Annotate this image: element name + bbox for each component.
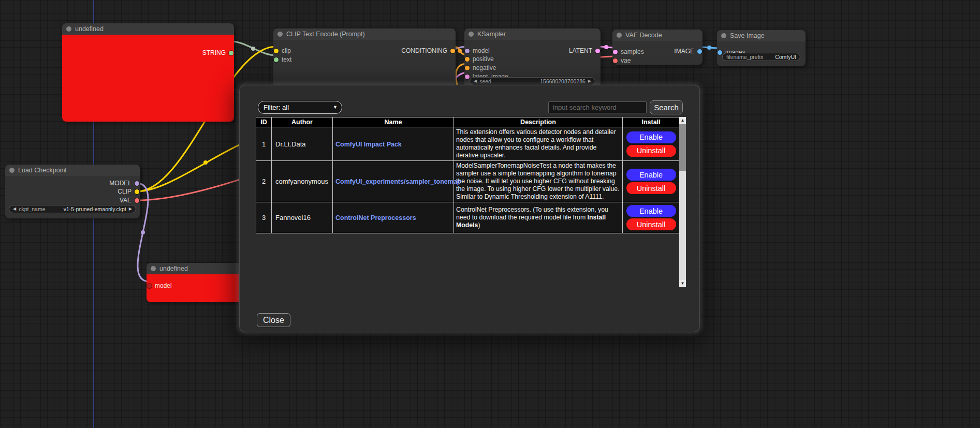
scroll-up-button[interactable]: ▲ (679, 117, 686, 124)
node-title: undefined (75, 25, 104, 33)
collapse-dot[interactable] (9, 168, 14, 173)
collapse-dot[interactable] (469, 32, 474, 37)
custom-nodes-dialog: Filter: all ▼ Search ID Author Name Desc… (239, 85, 700, 332)
input-dot-model[interactable] (147, 284, 152, 288)
input-dot-vae[interactable] (613, 58, 618, 63)
output-slot-image[interactable]: IMAGE (674, 47, 702, 55)
output-dot-conditioning[interactable] (450, 49, 455, 53)
filter-select-wrap: Filter: all ▼ (258, 101, 342, 114)
collapse-dot[interactable] (277, 32, 283, 37)
table-row: 3 Fannovel16 ControlNet Preprocessors Co… (256, 202, 680, 233)
node-clip-text-encode[interactable]: CLIP Text Encode (Prompt) clip text COND… (273, 28, 456, 92)
scroll-down-button[interactable]: ▼ (679, 280, 686, 287)
node-title: KSampler (477, 31, 506, 38)
uninstall-button[interactable]: Uninstall (626, 145, 676, 157)
input-slot-vae[interactable]: vae (613, 56, 631, 65)
enable-button[interactable]: Enable (626, 205, 676, 217)
table-scrollbar[interactable]: ▲ ▼ (679, 117, 686, 287)
node-header: undefined (62, 23, 234, 35)
header-install: Install (623, 117, 680, 127)
ckpt-name-widget[interactable]: ◀ ckpt_name v1-5-pruned-emaonly.ckpt ▶ (9, 205, 136, 213)
uninstall-button[interactable]: Uninstall (626, 218, 676, 230)
node-header: VAE Decode (612, 29, 703, 41)
input-dot-positive[interactable] (465, 57, 470, 62)
extensions-table: ID Author Name Description Install 1 Dr.… (256, 117, 680, 233)
collapse-dot[interactable] (721, 33, 726, 38)
filter-select[interactable]: Filter: all (258, 101, 342, 114)
node-load-checkpoint[interactable]: Load Checkpoint MODEL CLIP VAE ◀ ckpt_na… (5, 165, 140, 218)
next-arrow-icon[interactable]: ▶ (129, 205, 132, 213)
filename-prefix-widget[interactable]: filename_prefix ComfyUI (722, 53, 800, 61)
node-vae-decode[interactable]: VAE Decode samples vae IMAGE (612, 29, 703, 65)
extensions-scroll-area: ID Author Name Description Install 1 Dr.… (256, 117, 686, 287)
output-slot-conditioning[interactable]: CONDITIONING (401, 47, 455, 55)
output-dot-latent[interactable] (595, 49, 600, 53)
collapse-dot[interactable] (151, 266, 156, 271)
seed-widget[interactable]: ◀ seed 156680208700286 ▶ (470, 77, 595, 85)
input-dot-negative[interactable] (465, 66, 470, 70)
close-button[interactable]: Close (257, 313, 290, 327)
node-undefined-top[interactable]: undefined STRING (62, 23, 234, 122)
slot-label: VAE (120, 197, 131, 204)
widget-value: 156680208700286 (540, 78, 586, 84)
input-slot-model[interactable]: model (465, 47, 490, 55)
enable-button[interactable]: Enable (626, 169, 676, 181)
slot-label: IMAGE (674, 48, 694, 55)
collapse-dot[interactable] (66, 26, 71, 32)
input-dot-samples[interactable] (613, 50, 618, 54)
cell-description: This extension offers various detector n… (454, 127, 623, 161)
input-dot-latent-image[interactable] (465, 75, 470, 79)
slot-label: negative (473, 64, 496, 71)
node-title: CLIP Text Encode (Prompt) (286, 31, 365, 38)
output-dot-image[interactable] (697, 49, 702, 54)
node-title: Save Image (730, 32, 765, 39)
cell-id: 3 (256, 202, 272, 233)
output-dot-model[interactable] (135, 181, 139, 186)
cell-install: Enable Uninstall (623, 202, 680, 233)
output-slot-latent[interactable]: LATENT (569, 47, 600, 55)
header-name: Name (333, 117, 454, 127)
cell-install: Enable Uninstall (623, 127, 680, 161)
input-slot-text[interactable]: text (274, 55, 291, 64)
cell-description: ModelSamplerTonemapNoiseTest a node that… (454, 161, 623, 202)
input-dot-text[interactable] (274, 57, 279, 62)
uninstall-button[interactable]: Uninstall (626, 182, 676, 194)
input-dot-model[interactable] (465, 49, 470, 53)
output-slot-model[interactable]: MODEL (109, 179, 139, 187)
input-dot-images[interactable] (718, 50, 722, 55)
input-slot-samples[interactable]: samples (613, 48, 644, 56)
node-save-image[interactable]: Save Image images filename_prefix ComfyU… (717, 30, 806, 66)
extension-link[interactable]: ControlNet Preprocessors (335, 214, 416, 222)
table-header-row: ID Author Name Description Install (256, 117, 680, 127)
collapse-dot[interactable] (617, 33, 622, 38)
output-dot-clip[interactable] (135, 189, 139, 194)
slot-label: vae (621, 57, 631, 64)
output-dot-vae[interactable] (135, 198, 139, 203)
output-slot-clip[interactable]: CLIP (118, 187, 139, 196)
output-slot-vae[interactable]: VAE (120, 196, 139, 204)
slot-label: model (155, 282, 172, 289)
extension-link[interactable]: ComfyUI_experiments/sampler_tonemap (335, 178, 461, 185)
input-slot-negative[interactable]: negative (465, 64, 496, 72)
node-header: Load Checkpoint (5, 165, 140, 176)
search-button[interactable]: Search (650, 100, 683, 114)
increment-arrow-icon[interactable]: ▶ (588, 77, 591, 85)
input-slot-positive[interactable]: positive (465, 55, 494, 63)
widget-label: seed (479, 78, 491, 84)
widget-label: ckpt_name (19, 206, 45, 212)
search-input[interactable] (548, 101, 647, 113)
decrement-arrow-icon[interactable]: ◀ (474, 77, 477, 85)
enable-button[interactable]: Enable (626, 131, 676, 143)
input-slot-clip[interactable]: clip (274, 47, 291, 55)
input-dot-clip[interactable] (274, 49, 279, 53)
cell-name: ControlNet Preprocessors (333, 202, 454, 233)
extension-link[interactable]: ComfyUI Impact Pack (335, 141, 402, 148)
output-dot-string[interactable] (229, 51, 233, 55)
node-header: Save Image (717, 30, 806, 41)
cell-id: 1 (256, 127, 272, 161)
widget-value: ComfyUI (775, 54, 796, 60)
scrollbar-thumb[interactable] (679, 124, 686, 171)
output-slot-string[interactable]: STRING (202, 49, 233, 57)
input-slot-model[interactable]: model (147, 282, 172, 290)
previous-arrow-icon[interactable]: ◀ (13, 205, 16, 213)
